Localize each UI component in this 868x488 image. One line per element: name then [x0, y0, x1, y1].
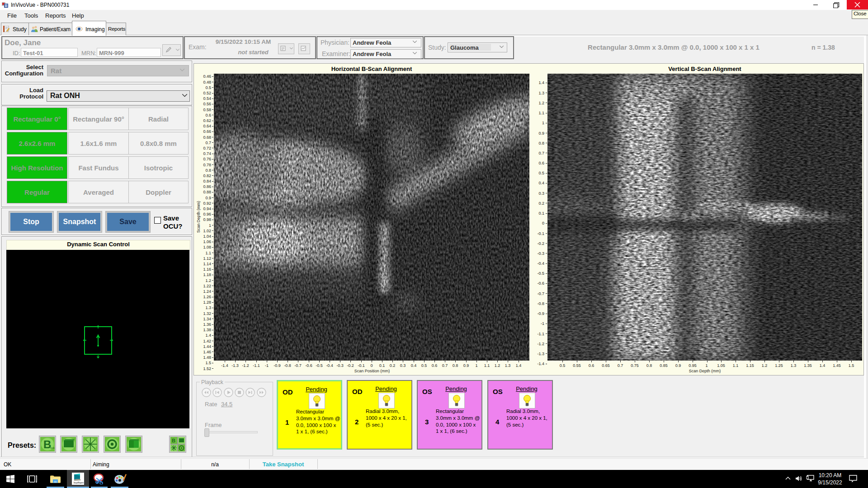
- svg-text:bcplfiqen: bcplfiqen: [74, 481, 84, 484]
- svg-text:scan: scan: [50, 446, 55, 449]
- svg-text:B: B: [172, 438, 175, 443]
